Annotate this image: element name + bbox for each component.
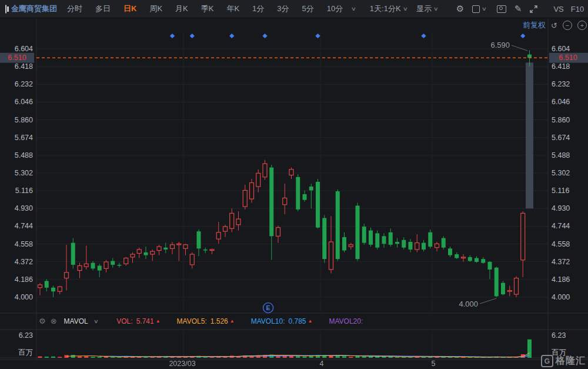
svg-text:5.674: 5.674 [552, 134, 570, 142]
x-axis-label: 5 [432, 360, 436, 368]
volume-indicator-header: ⚙ ⊗ MAVOL ∨ VOL: 5.741 ▲ MAVOL5: 1.526 ▲… [39, 317, 363, 325]
mavol5-label: MAVOL5: [177, 317, 207, 325]
mavol10-readout: MAVOL10: 0.785 ▲ [251, 317, 313, 325]
adjust-mode-selector[interactable]: 前复权 [523, 20, 546, 31]
mavol20-label: MAVOL20: [329, 317, 363, 325]
symbol-name[interactable]: 金鹰商贸集团 [11, 4, 57, 14]
mavol10-label: MAVOL10: [251, 317, 285, 325]
mavol20-readout: MAVOL20: [329, 317, 363, 325]
svg-text:4.000: 4.000 [15, 293, 33, 301]
price-gap-zone [526, 62, 533, 208]
svg-text:6.232: 6.232 [552, 80, 570, 88]
vs-button[interactable]: VS [550, 5, 567, 14]
chevron-down-icon[interactable]: ∨ [93, 318, 98, 324]
indicator-name[interactable]: MAVOL [64, 317, 88, 325]
indicator-close-icon[interactable]: ⊗ [51, 317, 57, 325]
tab-季K[interactable]: 季K [195, 4, 220, 14]
svg-text:4.744: 4.744 [15, 222, 33, 230]
svg-text:4.558: 4.558 [15, 240, 33, 248]
up-arrow-icon: ▲ [308, 318, 313, 324]
chevron-down-icon: ∨ [433, 6, 439, 12]
svg-text:5.488: 5.488 [15, 151, 33, 159]
svg-text:6.046: 6.046 [552, 98, 570, 106]
watermark-text: 格隆汇 [556, 355, 586, 367]
draw-pencil-icon[interactable]: ✎ [510, 4, 526, 14]
volume-axis-unit: 百万 [18, 348, 33, 357]
svg-text:4.186: 4.186 [552, 275, 570, 284]
svg-text:4.744: 4.744 [552, 222, 570, 230]
settings-gear-icon[interactable]: ⚙ [452, 4, 468, 14]
svg-text:5.488: 5.488 [552, 151, 570, 159]
tab-月K[interactable]: 月K [169, 4, 195, 14]
candlestick-chart[interactable]: 6.6046.6046.4186.4186.2326.2326.0466.046… [0, 0, 588, 369]
volume-axis-max: 6.23 [19, 331, 33, 340]
svg-text:6.418: 6.418 [552, 62, 570, 71]
indicator-settings-gear-icon[interactable]: ⚙ [39, 317, 46, 325]
fullscreen-icon[interactable] [526, 5, 542, 13]
x-axis-label: 4 [320, 360, 324, 368]
svg-text:5.860: 5.860 [15, 116, 33, 124]
svg-text:4.372: 4.372 [552, 258, 570, 266]
tab-日K[interactable]: 日K [117, 4, 143, 14]
svg-text:4.372: 4.372 [15, 258, 33, 266]
current-price-label: 6.510 [8, 54, 26, 62]
display-menu-label: 显示 [416, 4, 432, 14]
adjust-row: 前复权 ↺ − + [523, 20, 587, 31]
svg-text:5.116: 5.116 [552, 187, 569, 195]
svg-text:4.930: 4.930 [552, 204, 570, 212]
gelonghui-logo-icon: G [541, 355, 553, 367]
watermark-logo: G 格隆汇 [541, 355, 586, 367]
chevron-down-icon[interactable]: ∨ [351, 6, 356, 12]
zoom-out-icon[interactable]: − [563, 21, 572, 30]
x-axis-label: 2023/03 [169, 360, 195, 368]
tab-3分[interactable]: 3分 [270, 4, 295, 14]
tab-5分[interactable]: 5分 [296, 4, 320, 14]
period-tabs: 分时多日日K周K月K季K年K1分3分5分10分 [61, 4, 349, 14]
svg-text:4.930: 4.930 [15, 204, 33, 212]
svg-text:6.604: 6.604 [15, 45, 33, 53]
tab-1分[interactable]: 1分 [246, 4, 270, 14]
svg-text:4.558: 4.558 [552, 240, 570, 248]
svg-text:5.302: 5.302 [552, 169, 570, 177]
earnings-marker-label: E [266, 304, 270, 311]
svg-text:6.232: 6.232 [15, 80, 33, 88]
low-annotation: 4.000 [459, 300, 478, 308]
volume-axis-max: 6.23 [552, 331, 566, 340]
layout-icon[interactable]: ∨ [468, 5, 493, 13]
up-arrow-icon: ▲ [230, 318, 235, 324]
trading-app-window: 6.6046.6046.4186.4186.2326.2326.0466.046… [0, 0, 588, 369]
interval-selector[interactable]: 1天:1分K ∨ [366, 4, 413, 14]
tab-周K[interactable]: 周K [143, 4, 169, 14]
svg-text:6.418: 6.418 [15, 62, 33, 71]
tab-分时[interactable]: 分时 [61, 4, 89, 14]
screenshot-camera-icon[interactable] [493, 5, 510, 13]
vol-label: VOL: [116, 317, 132, 325]
vol-value: 5.741 [136, 317, 154, 325]
f10-button[interactable]: F10 [567, 5, 587, 14]
vol-readout: VOL: 5.741 ▲ [116, 317, 160, 325]
tab-多日[interactable]: 多日 [89, 4, 117, 14]
svg-text:5.674: 5.674 [15, 134, 33, 142]
svg-text:6.604: 6.604 [552, 45, 570, 53]
window-icon[interactable] [5, 5, 6, 14]
interval-selector-label: 1天:1分K [370, 4, 401, 14]
mavol5-readout: MAVOL5: 1.526 ▲ [177, 317, 235, 325]
toolbar: 金鹰商贸集团 分时多日日K周K月K季K年K1分3分5分10分 ∨ 1天:1分K … [0, 0, 588, 18]
undo-icon[interactable]: ↺ [551, 22, 557, 29]
svg-text:5.860: 5.860 [552, 116, 570, 124]
zoom-in-icon[interactable]: + [577, 21, 587, 30]
svg-text:6.046: 6.046 [15, 98, 33, 106]
svg-text:5.116: 5.116 [15, 187, 33, 195]
svg-text:4.186: 4.186 [15, 275, 33, 284]
up-arrow-icon: ▲ [156, 318, 161, 324]
mavol10-value: 0.785 [289, 317, 306, 325]
svg-text:4.000: 4.000 [552, 293, 570, 301]
mavol5-value: 1.526 [211, 317, 228, 325]
high-annotation: 6.590 [490, 41, 510, 49]
chevron-down-icon: ∨ [402, 6, 407, 12]
current-price-label: 6.510 [559, 54, 577, 62]
display-menu[interactable]: 显示 ∨ [413, 4, 444, 14]
tab-10分[interactable]: 10分 [320, 4, 349, 14]
svg-text:5.302: 5.302 [15, 169, 33, 177]
tab-年K[interactable]: 年K [220, 4, 246, 14]
